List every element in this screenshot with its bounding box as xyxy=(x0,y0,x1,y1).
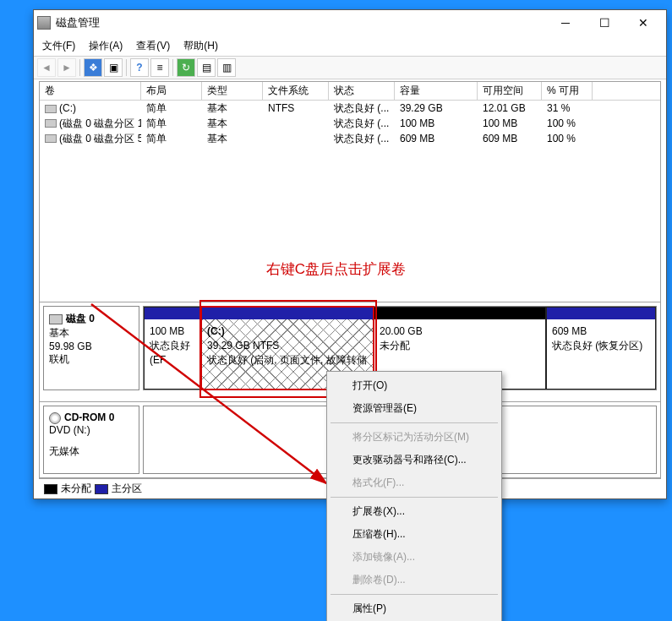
partition-status: 状态良好 (启动, 页面文件, 故障转储 xyxy=(207,353,368,368)
disk-label: 磁盘 0 xyxy=(66,313,95,324)
legend-swatch-primary xyxy=(95,484,108,494)
partition-status: 未分配 xyxy=(380,339,540,353)
partition-size: 39.29 GB NTFS xyxy=(207,339,368,353)
col-pct[interactable]: % 可用 xyxy=(542,82,593,100)
partition-header xyxy=(547,308,655,319)
spacer xyxy=(40,146,660,302)
window-title: 磁盘管理 xyxy=(56,15,546,30)
ctx-mark-active: 将分区标记为活动分区(M) xyxy=(329,426,500,449)
titlebar[interactable]: 磁盘管理 ─ ☐ ✕ xyxy=(34,10,666,35)
properties-button[interactable]: ▣ xyxy=(104,58,123,77)
col-capacity[interactable]: 容量 xyxy=(395,82,478,100)
partition-body: 100 MB 状态良好 (EF xyxy=(145,319,200,389)
toolbar-button-4[interactable]: ≡ xyxy=(150,58,169,77)
ctx-separator xyxy=(331,422,498,423)
menu-view[interactable]: 查看(V) xyxy=(131,37,175,55)
table-row[interactable]: (C:)简单基本NTFS状态良好 (...39.29 GB12.01 GB31 … xyxy=(40,101,660,116)
partition-header xyxy=(202,308,373,319)
help-button[interactable]: ? xyxy=(130,58,149,77)
toolbar-button-5[interactable]: ↻ xyxy=(177,58,195,77)
toolbar: ◄ ► ❖ ▣ ? ≡ ↻ ▤ ▥ xyxy=(34,56,666,79)
toolbar-separator xyxy=(126,59,127,76)
partition-size: 100 MB xyxy=(150,324,195,339)
menu-file[interactable]: 文件(F) xyxy=(37,37,80,55)
col-free[interactable]: 可用空间 xyxy=(478,82,542,100)
toolbar-separator xyxy=(172,59,173,76)
col-status[interactable]: 状态 xyxy=(329,82,395,100)
cdrom-label: CD-ROM 0 xyxy=(64,411,114,423)
menubar: 文件(F) 操作(A) 查看(V) 帮助(H) xyxy=(34,35,666,56)
table-row[interactable]: (磁盘 0 磁盘分区 5)简单基本状态良好 (...609 MB609 MB10… xyxy=(40,131,660,146)
partition-status: 状态良好 (恢复分区) xyxy=(552,339,650,353)
partition-efi[interactable]: 100 MB 状态良好 (EF xyxy=(144,307,201,389)
ctx-separator xyxy=(331,594,498,595)
disk-size: 59.98 GB xyxy=(49,340,134,352)
cdrom-info[interactable]: CD-ROM 0 DVD (N:) 无媒体 xyxy=(43,406,139,474)
toolbar-button-7[interactable]: ▥ xyxy=(217,58,236,77)
menu-action[interactable]: 操作(A) xyxy=(84,37,128,55)
partition-status: 状态良好 (EF xyxy=(150,339,195,368)
close-button[interactable]: ✕ xyxy=(624,10,663,35)
hard-disk-icon xyxy=(49,314,63,324)
menu-help[interactable]: 帮助(H) xyxy=(178,37,223,55)
forward-button: ► xyxy=(57,58,76,77)
ctx-shrink[interactable]: 压缩卷(H)... xyxy=(329,523,500,546)
toolbar-separator xyxy=(79,59,80,76)
context-menu: 打开(O) 资源管理器(E) 将分区标记为活动分区(M) 更改驱动器号和路径(C… xyxy=(326,371,502,621)
ctx-delete: 删除卷(D)... xyxy=(329,569,500,591)
cd-icon xyxy=(49,412,61,424)
partition-recovery[interactable]: 609 MB 状态良好 (恢复分区) xyxy=(546,307,656,389)
ctx-properties[interactable]: 属性(P) xyxy=(329,597,500,620)
toolbar-button-6[interactable]: ▤ xyxy=(197,58,216,77)
refresh-button[interactable]: ❖ xyxy=(84,58,102,77)
col-layout[interactable]: 布局 xyxy=(141,82,202,100)
partition-size: 609 MB xyxy=(552,324,650,339)
maximize-button[interactable]: ☐ xyxy=(585,10,624,35)
app-icon xyxy=(37,16,51,30)
ctx-extend[interactable]: 扩展卷(X)... xyxy=(329,500,500,523)
partition-size: 20.00 GB xyxy=(380,324,540,339)
ctx-add-mirror: 添加镜像(A)... xyxy=(329,546,500,569)
disk-type: 基本 xyxy=(49,326,134,340)
disk-0-info[interactable]: 磁盘 0 基本 59.98 GB 联机 xyxy=(43,306,139,390)
partition-header xyxy=(145,308,200,319)
table-row[interactable]: (磁盘 0 磁盘分区 1)简单基本状态良好 (...100 MB100 MB10… xyxy=(40,116,660,131)
volume-list-header: 卷 布局 类型 文件系统 状态 容量 可用空间 % 可用 xyxy=(40,82,660,101)
ctx-explorer[interactable]: 资源管理器(E) xyxy=(329,397,500,420)
legend-unallocated: 未分配 xyxy=(61,482,91,496)
ctx-format: 格式化(F)... xyxy=(329,471,500,494)
ctx-open[interactable]: 打开(O) xyxy=(329,374,500,397)
volume-list[interactable]: (C:)简单基本NTFS状态良好 (...39.29 GB12.01 GB31 … xyxy=(40,101,660,146)
ctx-change-drive[interactable]: 更改驱动器号和路径(C)... xyxy=(329,449,500,471)
partition-body: 609 MB 状态良好 (恢复分区) xyxy=(547,319,655,389)
disk-state: 联机 xyxy=(49,352,134,367)
legend-primary: 主分区 xyxy=(112,482,142,496)
col-volume[interactable]: 卷 xyxy=(40,82,141,100)
ctx-separator xyxy=(331,497,498,498)
col-filesystem[interactable]: 文件系统 xyxy=(263,82,329,100)
cdrom-line2: 无媒体 xyxy=(49,444,134,459)
back-button: ◄ xyxy=(37,58,56,77)
partition-label: (C:) xyxy=(207,325,225,337)
partition-header xyxy=(374,308,545,319)
cdrom-line1: DVD (N:) xyxy=(49,424,134,436)
col-type[interactable]: 类型 xyxy=(202,82,263,100)
legend-swatch-unallocated xyxy=(44,484,57,494)
minimize-button[interactable]: ─ xyxy=(546,10,585,35)
